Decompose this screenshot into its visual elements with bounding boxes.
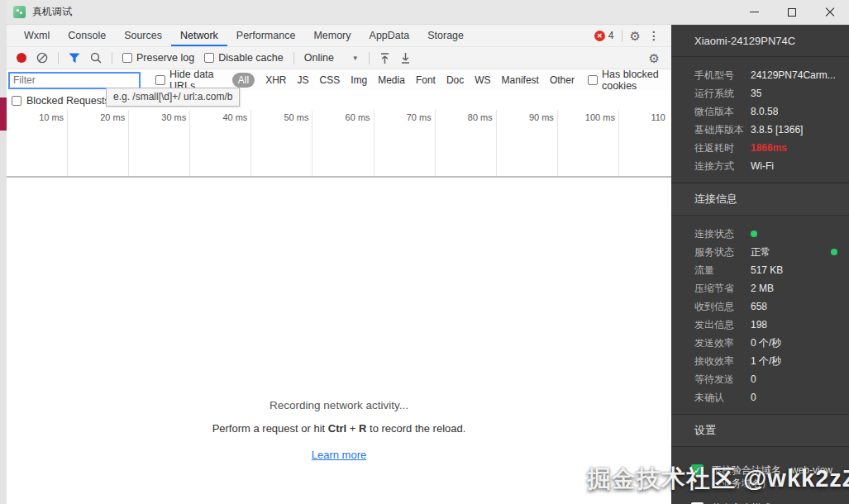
divider [112,52,112,64]
tab[interactable]: Performance [227,25,305,46]
minimize-button[interactable] [735,0,773,24]
timeline-column: 60 ms [312,110,374,176]
connection-info-row: 压缩节省 2 MB [671,279,849,297]
timeline-column: 50 ms [251,110,312,176]
close-button[interactable] [811,0,849,24]
filter-type-pill[interactable]: Other [550,74,575,86]
device-info-row: 微信版本 8.0.58 [671,102,849,121]
window-controls [735,0,849,24]
tabbar-right-controls: ✕ 4 ⚙ ⋮ [594,25,671,46]
minimize-icon [750,12,759,12]
filter-type-pill[interactable]: CSS [319,74,340,86]
tab[interactable]: Storage [418,25,473,46]
timeline-column: 80 ms [436,110,497,176]
record-button[interactable] [17,53,26,63]
export-har-icon[interactable] [400,52,411,64]
titlebar: 真机调试 [7,0,849,25]
background-artifact [0,97,7,131]
connection-info-row: 流量 517 KB [671,261,849,279]
info-label: 未确认 [694,391,751,405]
filter-funnel-icon[interactable] [69,53,80,64]
checkbox-icon [122,53,132,63]
filter-type-pill[interactable]: WS [475,74,490,86]
info-label: 连接状态 [694,227,751,241]
filter-type-pill[interactable]: Manifest [502,74,539,86]
maximize-icon [788,8,796,17]
device-info-row: 连接方式 Wi-Fi [671,157,849,175]
tab[interactable]: Network [171,25,227,46]
kebab-menu-icon[interactable]: ⋮ [648,29,660,42]
filter-type-pill[interactable]: All [232,73,255,88]
has-blocked-cookies-label: Has blocked cookies [602,69,671,92]
throttling-select[interactable]: Online ▼ [304,52,359,64]
timeline-ruler: 10 ms20 ms30 ms40 ms50 ms60 ms70 ms80 ms… [7,110,671,178]
preserve-log-checkbox[interactable]: Preserve log [122,52,194,64]
filter-type-pill[interactable]: XHR [265,74,286,86]
desktop-background-strip [0,0,7,504]
info-label: 等待发送 [694,373,751,387]
blocked-requests-checkbox[interactable] [12,96,21,106]
connection-info-row: 接收效率 1 个/秒 [671,352,849,370]
clear-icon[interactable] [36,52,48,64]
network-settings-gear-icon[interactable]: ⚙ [649,52,671,64]
has-blocked-cookies-checkbox[interactable]: Has blocked cookies [588,69,671,92]
filter-type-pill[interactable]: Font [416,74,436,86]
error-badge[interactable]: ✕ 4 [594,30,614,41]
app-icon [13,6,26,18]
info-value: 0 个/秒 [751,336,781,350]
close-icon [825,7,835,17]
filter-input[interactable] [8,72,141,89]
device-info-row: 往返耗时 1866ms [671,139,849,157]
info-label: 服务状态 [694,245,751,259]
timeline-column: 40 ms [190,110,251,176]
timeline-column: 10 ms [7,110,68,176]
info-value: 正常 [751,245,770,259]
info-value [751,228,757,240]
preserve-log-label: Preserve log [136,52,194,64]
network-toolbar: Preserve log Disable cache Online ▼ ⚙ [7,47,671,69]
ctrl-key: Ctrl [328,422,346,435]
search-icon[interactable] [90,52,102,64]
devtools-window: 真机调试 WxmlConsoleSourcesNetworkPerformanc… [0,0,849,504]
blocked-requests-label: Blocked Requests [26,95,110,107]
info-label: 手机型号 [694,69,751,83]
filter-type-pill[interactable]: JS [297,74,308,86]
filter-type-pill[interactable]: Doc [446,74,464,86]
info-value: 198 [751,319,767,330]
timeline-column: 20 ms [68,110,129,176]
disable-cache-checkbox[interactable]: Disable cache [204,52,284,64]
learn-more-link[interactable]: Learn more [312,449,366,461]
maximize-button[interactable] [773,0,811,24]
throttling-value: Online [304,52,334,64]
filter-type-pill[interactable]: Img [351,74,367,86]
devtools-settings-gear-icon[interactable]: ⚙ [630,30,641,42]
tab[interactable]: Wxml [15,25,59,46]
info-label: 微信版本 [694,105,751,119]
tab[interactable]: AppData [360,25,419,46]
empty-state-hint: Perform a request or hit Ctrl + R to rec… [7,422,671,435]
tab[interactable]: Console [59,25,115,46]
tab-bar: WxmlConsoleSourcesNetworkPerformanceMemo… [7,25,671,47]
info-value: Wi-Fi [751,160,774,172]
device-name: Xiaomi-24129PN74C [671,25,849,57]
empty-state-title: Recording network activity... [7,399,671,411]
info-label: 压缩节省 [694,282,751,296]
connection-info-row: 服务状态 正常 [671,243,849,261]
tab[interactable]: Memory [304,25,360,46]
timeline-column: 70 ms [374,110,436,176]
info-label: 发送效率 [694,336,751,350]
timeline-column: 30 ms [129,110,190,176]
info-value: 8.0.58 [751,106,778,117]
divider [293,52,294,64]
requests-panel: Recording network activity... Perform a … [7,179,671,504]
info-value: 517 KB [751,264,783,276]
info-value: 1866ms [751,142,787,154]
checkbox-icon [155,75,165,85]
info-value: 0 [751,373,756,385]
disable-cache-label: Disable cache [218,52,284,64]
tab[interactable]: Sources [115,25,171,46]
import-har-icon[interactable] [379,52,390,64]
filter-type-pill[interactable]: Media [378,74,405,86]
info-value: 2 MB [751,283,774,294]
info-label: 连接方式 [694,159,751,174]
